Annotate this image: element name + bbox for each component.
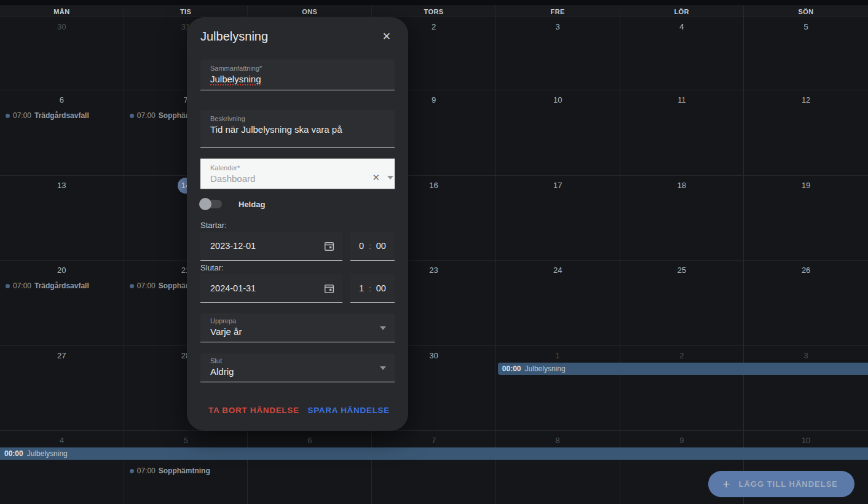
day-cell[interactable]: 2007:00Trädgårdsavfall [0, 261, 124, 345]
event-time: 07:00 [137, 467, 156, 475]
date-number: 1 [496, 350, 620, 361]
delete-event-button[interactable]: TA BORT HÄNDELSE [208, 406, 299, 415]
day-cell[interactable]: 507:00Sopphämtning [124, 431, 248, 504]
end-date-input[interactable]: 2024-01-31 [200, 274, 342, 303]
summary-label: Sammanfattning* [210, 65, 385, 72]
day-cell[interactable]: 18 [620, 176, 744, 260]
day-header: LÖR [620, 6, 744, 17]
start-label: Startar: [200, 221, 395, 230]
week-row: 13141516171819 [0, 176, 868, 261]
day-cell[interactable]: 6 [248, 431, 372, 504]
event-name: Sopphämtning [159, 467, 210, 475]
day-cell[interactable]: 17 [496, 176, 620, 260]
day-cell[interactable]: 4 [0, 431, 124, 504]
date-number: 30 [0, 22, 124, 33]
day-cell[interactable]: 2 [620, 346, 744, 430]
date-number: 17 [496, 180, 620, 191]
day-cell[interactable]: 5 [744, 17, 868, 90]
start-date-input[interactable]: 2023-12-01 [200, 232, 342, 261]
date-number: 5 [124, 435, 248, 446]
date-number: 9 [620, 435, 744, 446]
repeat-select[interactable]: Upprepa Varje år [200, 313, 395, 342]
day-cell[interactable]: 4 [620, 17, 744, 90]
repeat-end-label: Slut [210, 357, 385, 364]
end-hour: 1 [359, 283, 364, 293]
day-cell[interactable]: 7 [372, 431, 496, 504]
start-date-value: 2023-12-01 [210, 241, 324, 251]
date-number: 2 [620, 350, 744, 361]
day-cell[interactable]: 27 [0, 346, 124, 430]
repeat-end-value: Aldrig [210, 366, 234, 377]
day-cell[interactable]: 19 [744, 176, 868, 260]
repeat-value: Varje år [210, 326, 242, 337]
date-number: 25 [620, 265, 744, 276]
event-name: Trädgårdsavfall [34, 111, 89, 120]
calendar-select-value: Dashboard [210, 173, 255, 184]
multi-day-event-bar[interactable]: 00:00Julbelysning [0, 447, 868, 460]
event-time: 00:00 [502, 364, 521, 373]
day-cell[interactable]: 3 [496, 17, 620, 90]
day-cell[interactable]: 11 [620, 90, 744, 175]
dialog-title: Julbelysning [200, 30, 268, 44]
day-cell[interactable]: 607:00Trädgårdsavfall [0, 90, 124, 175]
date-number: 3 [496, 22, 620, 33]
plus-icon: + [722, 478, 730, 490]
day-cell[interactable]: 25 [620, 261, 744, 345]
day-cell[interactable]: 13 [0, 176, 124, 260]
repeat-end-select[interactable]: Slut Aldrig [200, 353, 395, 382]
day-cell[interactable]: 3 [744, 346, 868, 430]
event[interactable]: 07:00Sopphämtning [130, 467, 248, 475]
event-time: 07:00 [137, 111, 156, 120]
date-number: 11 [620, 95, 744, 106]
event-dialog: Julbelysning ✕ Sammanfattning* Julbelysn… [187, 17, 408, 431]
calendar-select-label: Kalender* [210, 164, 362, 171]
date-number: 20 [0, 265, 124, 276]
dialog-header: Julbelysning ✕ [200, 17, 395, 44]
event-name: Trädgårdsavfall [34, 282, 89, 290]
date-number: 18 [620, 180, 744, 191]
summary-value: Julbelysning [210, 74, 261, 84]
day-header: TIS [124, 6, 248, 17]
day-header: SÖN [744, 6, 868, 17]
event[interactable]: 07:00Trädgårdsavfall [6, 282, 124, 290]
date-number: 10 [496, 95, 620, 106]
save-event-button[interactable]: SPARA HÄNDELSE [307, 406, 390, 415]
day-cell[interactable]: 10 [496, 90, 620, 175]
toggle-knob [199, 198, 211, 210]
day-cell[interactable]: 26 [744, 261, 868, 345]
clear-icon[interactable]: ✕ [372, 172, 380, 183]
event-time: 07:00 [137, 282, 156, 290]
chevron-down-icon[interactable] [387, 176, 393, 179]
day-cell[interactable]: 1 [496, 346, 620, 430]
all-day-row: Heldag [200, 198, 395, 210]
end-date-value: 2024-01-31 [210, 283, 324, 293]
day-cell[interactable]: 24 [496, 261, 620, 345]
day-header: ONS [248, 6, 372, 17]
time-separator: : [369, 242, 371, 251]
start-minute: 00 [376, 241, 386, 251]
day-cell[interactable]: 30 [0, 17, 124, 90]
date-number: 27 [0, 350, 124, 361]
calendar-app: MÅNTISONSTORSFRELÖRSÖN 303112345607:00Tr… [0, 0, 868, 504]
day-header-row: MÅNTISONSTORSFRELÖRSÖN [0, 6, 868, 17]
start-hour: 0 [359, 241, 364, 251]
calendar-icon [324, 283, 334, 294]
all-day-toggle[interactable] [200, 200, 222, 208]
summary-field[interactable]: Sammanfattning* Julbelysning [200, 60, 395, 90]
event[interactable]: 07:00Trädgårdsavfall [6, 111, 124, 120]
end-time-input[interactable]: 1 : 00 [350, 274, 395, 303]
description-field[interactable]: Beskrivning Tid när Julbelysning ska var… [200, 110, 395, 148]
week-row: 2007:00Trädgårdsavfall2107:00Sopphämtnin… [0, 261, 868, 346]
multi-day-event-bar[interactable]: 00:00Julbelysning [498, 363, 868, 375]
add-event-button[interactable]: + LÄGG TILL HÄNDELSE [708, 471, 854, 497]
dialog-actions: TA BORT HÄNDELSE SPARA HÄNDELSE [200, 406, 395, 415]
start-time-input[interactable]: 0 : 00 [350, 232, 395, 261]
day-cell[interactable]: 8 [496, 431, 620, 504]
add-event-label: LÄGG TILL HÄNDELSE [739, 479, 838, 489]
day-cell[interactable]: 12 [744, 90, 868, 175]
close-icon[interactable]: ✕ [379, 29, 395, 44]
event-dot [130, 469, 134, 473]
calendar-select-field[interactable]: Kalender* Dashboard ✕ [200, 159, 395, 189]
date-number: 6 [0, 95, 124, 106]
date-number: 4 [620, 22, 744, 33]
